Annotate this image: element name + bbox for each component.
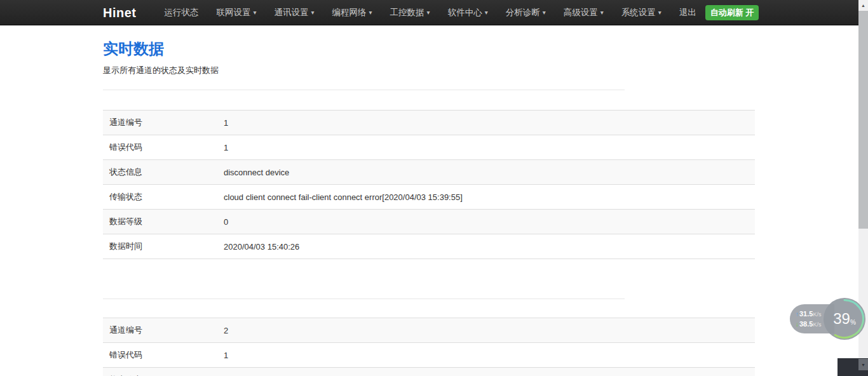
row-label: 状态信息 [103,368,217,376]
row-value: 0 [217,210,755,234]
chevron-down-icon: ▾ [427,10,430,16]
row-value: 1 [217,343,755,368]
table-row: 错误代码 1 [103,343,755,368]
nav-item-logout[interactable]: 退出 [670,0,705,25]
auto-refresh-toggle[interactable]: 自动刷新 开 [705,5,759,20]
chevron-down-icon: ▾ [311,10,315,16]
row-value: 1 [217,135,755,160]
download-speed-value: 38.5 [799,320,813,328]
row-value: cloud client connect fail-client connect… [217,185,755,210]
row-label: 通道编号 [103,318,217,343]
chevron-down-icon: ▾ [254,10,257,16]
table-row: 状态信息 disconnect device [103,160,755,185]
scroll-down-icon: ▼ [861,363,865,367]
row-label: 传输状态 [103,185,217,210]
nav-menu: 运行状态 联网设置 ▾ 通讯设置 ▾ 编程网络 ▾ 工控数据 ▾ 软件中心 ▾ [156,0,705,25]
row-value: disconnect device [217,368,755,376]
download-speed-unit: K/s [813,321,821,328]
download-arrow-icon: ↓ [796,321,799,328]
chevron-down-icon: ▾ [543,10,546,16]
section-divider [103,90,625,90]
nav-item-programming-network[interactable]: 编程网络 ▾ [323,0,381,25]
row-value: 2 [217,318,755,343]
navbar-container: Hinet 运行状态 联网设置 ▾ 通讯设置 ▾ 编程网络 ▾ 工控数据 ▾ [103,0,755,25]
row-label: 错误代码 [103,343,217,368]
upload-speed-unit: K/s [813,311,821,318]
table-row: 通道编号 2 [103,318,755,343]
chevron-down-icon: ▾ [658,10,661,16]
progress-ring-icon [824,298,865,340]
row-label: 错误代码 [103,135,217,160]
row-label: 数据时间 [103,234,217,259]
chevron-down-icon: ▾ [485,10,488,16]
table-row: 数据等级 0 [103,210,755,234]
browser-speed-widget: ↑ 31.5 K/s ↓ 38.5 K/s 39 % [788,298,868,340]
progress-circle-button[interactable]: 39 % [824,298,865,340]
nav-item-software-center[interactable]: 软件中心 ▾ [439,0,497,25]
scroll-down-button[interactable]: ▼ [858,359,868,370]
row-label: 状态信息 [103,160,217,185]
chevron-down-icon: ▾ [369,10,372,16]
row-label: 数据等级 [103,210,217,234]
table-row: 错误代码 1 [103,135,755,160]
table-row: 传输状态 cloud client connect fail-client co… [103,185,755,210]
scroll-up-icon: ▲ [861,3,865,8]
channel-2-table: 通道编号 2 错误代码 1 状态信息 disconnect device [103,318,755,376]
section-divider [103,299,625,299]
page-title: 实时数据 [103,39,755,59]
table-row: 状态信息 disconnect device [103,368,755,376]
table-row: 通道编号 1 [103,111,755,135]
nav-item-running-status[interactable]: 运行状态 [156,0,208,25]
table-row: 数据时间 2020/04/03 15:40:26 [103,234,755,259]
scroll-up-button[interactable]: ▲ [858,0,868,11]
channel-1-table: 通道编号 1 错误代码 1 状态信息 disconnect device 传输状… [103,110,755,259]
nav-item-comm-settings[interactable]: 通讯设置 ▾ [266,0,323,25]
row-label: 通道编号 [103,111,217,135]
nav-item-advanced-settings[interactable]: 高级设置 ▾ [555,0,613,25]
nav-item-network-settings[interactable]: 联网设置 ▾ [208,0,266,25]
chevron-down-icon: ▾ [600,10,604,16]
top-navbar: Hinet 运行状态 联网设置 ▾ 通讯设置 ▾ 编程网络 ▾ 工控数据 ▾ [0,0,858,25]
nav-item-system-settings[interactable]: 系统设置 ▾ [613,0,670,25]
row-value: 2020/04/03 15:40:26 [217,234,755,259]
page-subtitle: 显示所有通道的状态及实时数据 [103,65,755,76]
nav-item-industrial-data[interactable]: 工控数据 ▾ [381,0,439,25]
row-value: 1 [217,111,755,135]
nav-item-analysis-diagnosis[interactable]: 分析诊断 ▾ [497,0,555,25]
brand-logo[interactable]: Hinet [103,6,137,20]
upload-speed-value: 31.5 [799,310,813,318]
corner-overlay-box: ▼ [837,358,868,376]
upload-arrow-icon: ↑ [796,311,799,318]
scrollbar-thumb[interactable] [858,11,868,229]
row-value: disconnect device [217,160,755,185]
main-container: 实时数据 显示所有通道的状态及实时数据 通道编号 1 错误代码 1 状态信息 d… [103,39,755,376]
